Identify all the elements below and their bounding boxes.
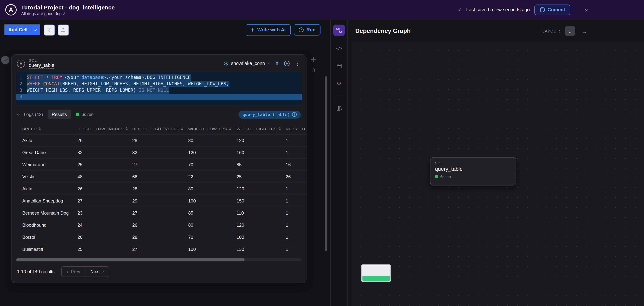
project-title: Tutorial Project - dog_intelligence xyxy=(21,4,115,10)
table-cell: 120 xyxy=(236,134,286,146)
table-cell: 25 xyxy=(78,159,132,170)
table-row[interactable]: Borzoi2628701001 xyxy=(22,231,306,243)
sort-icon xyxy=(278,127,281,130)
prev-page-button[interactable]: ‹ Prev xyxy=(62,267,85,277)
table-row[interactable]: Bernese Mountain Dog2327851101 xyxy=(22,207,306,219)
column-header-label: WEIGHT_LOW_LBS xyxy=(188,127,227,131)
sql-code-editor[interactable]: 1SELECT * FROM <your database>.<your_sch… xyxy=(16,72,302,105)
horizontal-scrollbar xyxy=(16,258,302,262)
table-cell: 26 xyxy=(286,171,306,182)
app-logo-letter: A xyxy=(9,6,13,13)
line-number: 1 xyxy=(16,74,27,81)
output-table-name: query_table xyxy=(243,112,270,117)
column-header[interactable]: WEIGHT_HIGH_LBS xyxy=(236,124,286,134)
table-cell: Akita xyxy=(22,183,78,195)
graph-canvas[interactable]: SQL query_table 6s run xyxy=(352,42,644,306)
delete-cell-icon[interactable] xyxy=(311,68,316,73)
filter-icon[interactable] xyxy=(274,61,280,66)
node-status-label: 6s run xyxy=(440,175,451,179)
info-icon: i xyxy=(292,112,297,117)
snowflake-icon xyxy=(224,61,229,66)
table-cell: Great Dane xyxy=(22,147,78,158)
next-page-button[interactable]: Next › xyxy=(85,267,109,277)
dependency-graph-icon xyxy=(336,27,342,33)
table-cell: 1 xyxy=(286,134,306,146)
arrow-down-icon: ↓ xyxy=(569,28,571,34)
node-status: 6s run xyxy=(435,175,511,179)
horizontal-scrollbar-thumb[interactable] xyxy=(16,258,244,262)
column-header[interactable]: HEIGHT_LOW_INCHES xyxy=(78,124,132,134)
rail-settings-button[interactable]: ⚙ xyxy=(333,78,345,89)
table-cell: Bernese Mountain Dog xyxy=(22,207,78,219)
run-button[interactable]: Run xyxy=(294,24,320,35)
commit-button[interactable]: Commit xyxy=(534,4,570,15)
table-row[interactable]: Bloodhound2426801201 xyxy=(22,219,306,231)
column-header-label: BREED xyxy=(22,127,37,131)
table-row[interactable]: Vizsla4866222526 xyxy=(22,171,306,183)
sort-icon xyxy=(38,127,41,130)
graph-node-query-table[interactable]: SQL query_table 6s run xyxy=(430,157,516,186)
layout-vertical-button[interactable]: ↓ xyxy=(565,26,575,36)
node-type-label: SQL xyxy=(435,161,511,165)
node-success-icon xyxy=(435,175,438,178)
column-header[interactable]: REPS_LO xyxy=(286,124,306,134)
rail-library-button[interactable] xyxy=(333,102,345,114)
run-status: 6s run xyxy=(76,112,94,117)
column-header[interactable]: HEIGHT_HIGH_INCHES xyxy=(132,124,188,134)
code-text: SELECT * FROM <your database>.<your_sche… xyxy=(27,74,191,81)
table-cell: 48 xyxy=(78,171,132,182)
code-line[interactable]: 4 xyxy=(16,94,302,100)
cell-name[interactable]: query_table xyxy=(29,62,54,69)
table-cell: 23 xyxy=(78,207,132,219)
insert-cell-above-button[interactable] xyxy=(58,24,68,35)
graph-minimap[interactable] xyxy=(361,265,391,282)
code-line[interactable]: 2WHERE CONCAT(BREED, HEIGHT_LOW_INCHES, … xyxy=(16,81,302,87)
output-table-badge[interactable]: query_table (table) i xyxy=(238,110,301,118)
cell-menu-icon[interactable]: ⋮ xyxy=(294,60,301,66)
connection-selector[interactable]: snowflake_conn xyxy=(224,61,270,66)
add-cell-button[interactable]: Add Cell xyxy=(4,24,41,36)
close-icon[interactable]: × xyxy=(585,6,588,13)
table-cell: 1 xyxy=(286,231,306,243)
table-row[interactable]: Akita2628801201 xyxy=(22,183,306,195)
table-row[interactable]: Weimaraner2527708516 xyxy=(22,159,306,171)
tab-logs[interactable]: Logs (42) xyxy=(24,112,43,117)
column-header[interactable]: BREED xyxy=(22,124,78,134)
cell-logo-letter: A xyxy=(20,61,22,65)
results-footer: 1-10 of 140 results ‹ Prev Next › xyxy=(12,262,306,283)
move-cell-icon[interactable] xyxy=(311,57,316,62)
collapse-results-icon[interactable] xyxy=(17,112,20,116)
table-row[interactable]: Akita2628801201 xyxy=(22,134,306,147)
insert-cell-below-button[interactable] xyxy=(44,24,54,35)
rail-schedule-button[interactable] xyxy=(333,60,345,71)
dependency-graph-panel: Dependency Graph LAYOUT: ↓ → SQL query_t… xyxy=(348,20,644,306)
sort-icon xyxy=(126,127,128,130)
sort-icon xyxy=(229,127,231,130)
notebook-canvas: A SQL query_table snowflake_conn xyxy=(0,40,330,306)
rail-code-button[interactable]: </> xyxy=(333,42,345,54)
run-cell-icon[interactable] xyxy=(284,60,290,66)
table-cell: 26 xyxy=(78,134,132,146)
table-body: Akita2628801201Great Dane32321201601Weim… xyxy=(22,134,306,255)
table-cell: 1 xyxy=(286,195,306,207)
side-icon-rail: </> ⚙ xyxy=(330,20,348,306)
write-with-ai-button[interactable]: ✦ Write with AI xyxy=(246,24,291,36)
layout-horizontal-button[interactable]: → xyxy=(582,28,587,34)
play-circle-icon xyxy=(298,27,304,32)
tab-results[interactable]: Results xyxy=(48,110,71,119)
sql-cell-card: A SQL query_table snowflake_conn xyxy=(11,54,306,283)
app-logo[interactable]: A xyxy=(5,4,17,15)
table-row[interactable]: Great Dane32321201601 xyxy=(22,147,306,159)
table-cell: 27 xyxy=(132,207,188,219)
code-line[interactable]: 1SELECT * FROM <your database>.<your_sch… xyxy=(16,74,302,81)
collapse-cell-button[interactable] xyxy=(1,56,10,64)
code-line[interactable]: 3WEIGHT_HIGH_LBS, REPS_UPPER, REPS_LOWER… xyxy=(16,87,302,94)
vertical-scrollbar-thumb[interactable] xyxy=(325,76,327,251)
rail-graph-view-button[interactable] xyxy=(333,24,345,36)
saved-status: Last saved a few seconds ago xyxy=(466,7,530,12)
table-row[interactable]: Bullmastiff25271001301 xyxy=(22,243,306,255)
table-cell: 26 xyxy=(132,219,188,231)
table-row[interactable]: Anatolian Sheepdog27291001501 xyxy=(22,195,306,207)
column-header[interactable]: WEIGHT_LOW_LBS xyxy=(188,124,236,134)
table-cell: Bloodhound xyxy=(22,219,78,231)
